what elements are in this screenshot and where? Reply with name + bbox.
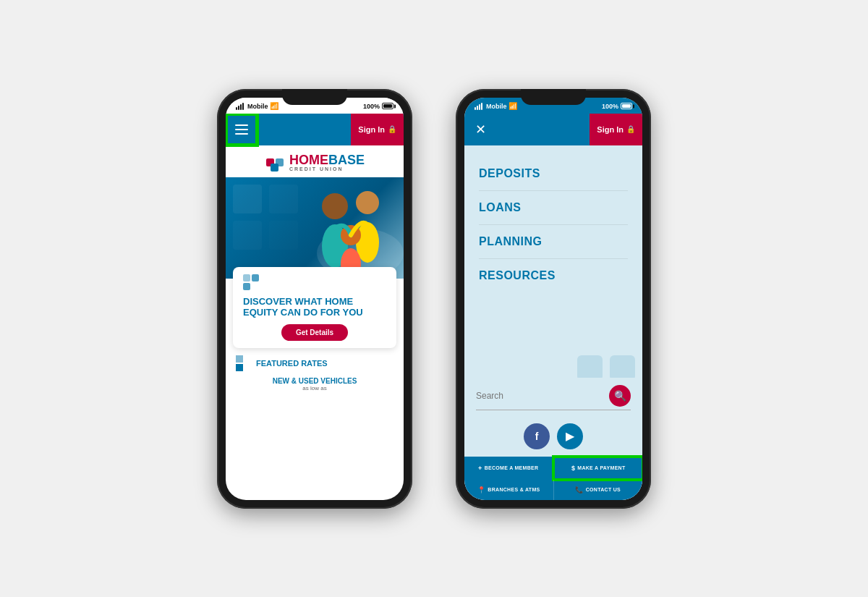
battery-label-1: 100% (363, 103, 380, 110)
menu-item-loans[interactable]: LOANS (479, 191, 628, 225)
signal-bars-2 (475, 103, 482, 110)
svg-rect-14 (243, 274, 250, 281)
battery-icon-2 (621, 103, 632, 109)
lock-icon-2: 🔒 (626, 125, 635, 133)
logo-highlight: HOME (289, 153, 328, 167)
hamburger-line-1 (235, 124, 248, 126)
contact-icon: 📞 (575, 486, 583, 494)
svg-rect-17 (577, 355, 603, 381)
battery-label-2: 100% (602, 103, 618, 110)
search-area: 🔍 (464, 378, 642, 418)
signal-bars-1 (236, 103, 244, 110)
bottom-bar-row2: 📍 BRANCHES & ATMS 📞 CONTACT US (464, 480, 642, 500)
phone-1: Mobile 📶 100% Si (217, 89, 412, 509)
menu-item-deposits[interactable]: DEPOSITS (479, 157, 628, 191)
carrier-label-2: Mobile (486, 103, 507, 110)
promo-icon-1 (243, 274, 259, 290)
lock-icon-1: 🔒 (388, 125, 396, 133)
contact-label: CONTACT US (586, 487, 621, 492)
menu-nav-bar: ✕ Sign In 🔒 (464, 114, 642, 145)
menu-item-resources[interactable]: RESOURCES (479, 259, 628, 292)
hamburger-button[interactable] (226, 114, 258, 145)
bottom-bar-row1: + BECOME A MEMBER $ MAKE A PAYMENT (464, 457, 642, 480)
hero-family-illustration (295, 181, 404, 279)
logo-subtitle-1: CREDIT UNION (289, 166, 365, 172)
search-input-wrap: 🔍 (476, 385, 631, 410)
svg-rect-3 (233, 185, 262, 213)
phones-container: Mobile 📶 100% Si (0, 67, 868, 530)
logo-text-1: HOMEBASE CREDIT UNION (289, 153, 365, 172)
menu-item-planning[interactable]: PLANNING (479, 225, 628, 259)
promo-title-1: DISCOVER WHAT HOME EQUITY CAN DO FOR YOU (243, 296, 386, 318)
svg-point-10 (356, 191, 379, 214)
status-right-2: 100% (602, 103, 632, 110)
rates-icon (236, 355, 252, 371)
phone-2-screen: Mobile 📶 100% ✕ Sign In 🔒 (464, 98, 642, 500)
hamburger-line-3 (235, 133, 248, 135)
svg-rect-6 (269, 221, 298, 250)
search-button[interactable]: 🔍 (609, 385, 631, 407)
become-member-label: BECOME A MEMBER (485, 465, 539, 470)
hero-banner-1 (226, 177, 404, 279)
featured-rates-section: FEATURED RATES (226, 348, 404, 374)
phone-1-screen: Mobile 📶 100% Si (226, 98, 404, 500)
notch-1 (282, 89, 347, 105)
menu-content: DEPOSITS LOANS PLANNING RESOURCES 🔍 (464, 145, 642, 500)
svg-rect-16 (243, 283, 250, 290)
search-icon: 🔍 (614, 390, 626, 402)
facebook-icon: f (535, 431, 539, 442)
make-payment-label: MAKE A PAYMENT (577, 465, 625, 470)
hamburger-line-2 (235, 129, 248, 130)
wifi-icon-1: 📶 (270, 102, 278, 110)
vehicle-rates-sub: as low as (236, 385, 393, 391)
svg-rect-18 (610, 355, 635, 381)
nav-bar-1: Sign In 🔒 (226, 114, 404, 145)
become-member-icon: + (478, 465, 482, 472)
vehicle-rates-title: NEW & USED VEHICLES (236, 377, 393, 385)
svg-point-8 (322, 193, 348, 219)
branches-label: BRANCHES & ATMS (488, 487, 540, 492)
make-payment-icon: $ (571, 465, 575, 472)
sign-in-button-1[interactable]: Sign In 🔒 (351, 114, 404, 145)
youtube-button[interactable]: ▶ (557, 423, 583, 449)
get-details-button[interactable]: Get Details (281, 324, 348, 341)
status-left-2: Mobile 📶 (475, 102, 517, 110)
svg-rect-2 (271, 164, 278, 172)
notch-2 (521, 89, 586, 105)
phone-2: Mobile 📶 100% ✕ Sign In 🔒 (456, 89, 651, 509)
logo-rest: BASE (328, 153, 365, 167)
branches-button[interactable]: 📍 BRANCHES & ATMS (464, 480, 554, 500)
svg-rect-5 (233, 221, 262, 250)
bottom-bar: + BECOME A MEMBER $ MAKE A PAYMENT 📍 BRA… (464, 457, 642, 500)
menu-items-list: DEPOSITS LOANS PLANNING RESOURCES (464, 145, 642, 378)
svg-rect-4 (269, 185, 298, 213)
logo-area-1: HOMEBASE CREDIT UNION (226, 145, 404, 177)
sign-in-button-2[interactable]: Sign In 🔒 (590, 114, 642, 145)
status-left-1: Mobile 📶 (236, 102, 278, 110)
facebook-button[interactable]: f (524, 423, 550, 449)
search-input[interactable] (476, 391, 609, 401)
carrier-label-1: Mobile (247, 103, 268, 110)
promo-card-1: DISCOVER WHAT HOME EQUITY CAN DO FOR YOU… (233, 267, 396, 348)
youtube-icon: ▶ (566, 429, 574, 443)
contact-us-button[interactable]: 📞 CONTACT US (554, 480, 643, 500)
social-area: f ▶ (464, 418, 642, 457)
close-button[interactable]: ✕ (464, 114, 496, 145)
sign-in-label-2: Sign In (597, 125, 624, 134)
svg-rect-15 (252, 274, 259, 281)
branches-icon: 📍 (477, 486, 485, 494)
status-right-1: 100% (363, 103, 393, 110)
battery-icon-1 (382, 103, 393, 109)
logo-brand-1: HOMEBASE (289, 153, 365, 166)
make-payment-button[interactable]: $ MAKE A PAYMENT (553, 457, 643, 480)
featured-rates-title: FEATURED RATES (236, 355, 393, 371)
become-member-button[interactable]: + BECOME A MEMBER (464, 457, 553, 480)
logo-icon-1 (265, 153, 285, 173)
wifi-icon-2: 📶 (509, 102, 517, 110)
sign-in-label-1: Sign In (358, 125, 385, 134)
vehicle-rates-section: NEW & USED VEHICLES as low as (226, 374, 404, 394)
